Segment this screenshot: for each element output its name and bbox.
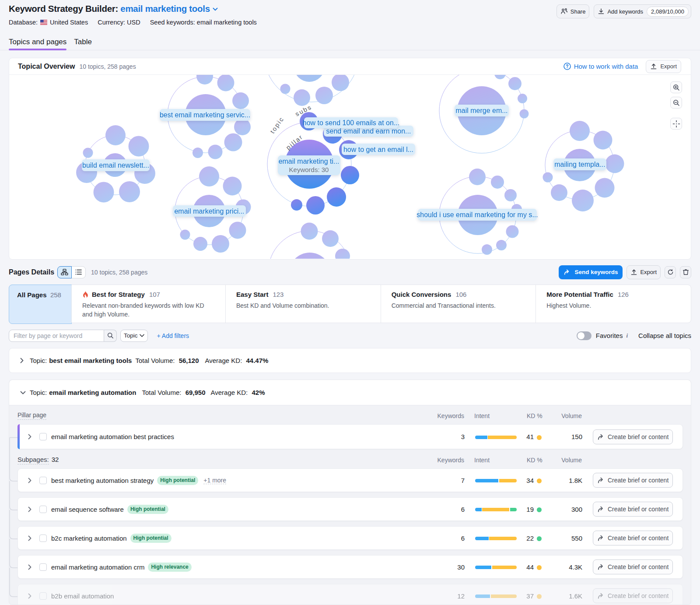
svg-text:how to get an email l...: how to get an email l... xyxy=(343,146,413,153)
svg-text:best email marketing servic...: best email marketing servic... xyxy=(160,111,250,119)
svg-text:mail merge em...: mail merge em... xyxy=(455,107,508,114)
svg-text:should i use email marketing f: should i use email marketing for my s... xyxy=(416,211,538,218)
svg-text:email marketing prici...: email marketing prici... xyxy=(174,208,244,215)
svg-text:Keywords: 30: Keywords: 30 xyxy=(289,166,329,173)
svg-text:send email and earn mon...: send email and earn mon... xyxy=(326,127,411,135)
svg-text:how to send 100 emails at on..: how to send 100 emails at on... xyxy=(303,119,399,127)
svg-text:mailing templa...: mailing templa... xyxy=(554,161,606,168)
svg-text:build email newslett...: build email newslett... xyxy=(82,162,149,169)
svg-text:email marketing ti...: email marketing ti... xyxy=(279,158,340,165)
